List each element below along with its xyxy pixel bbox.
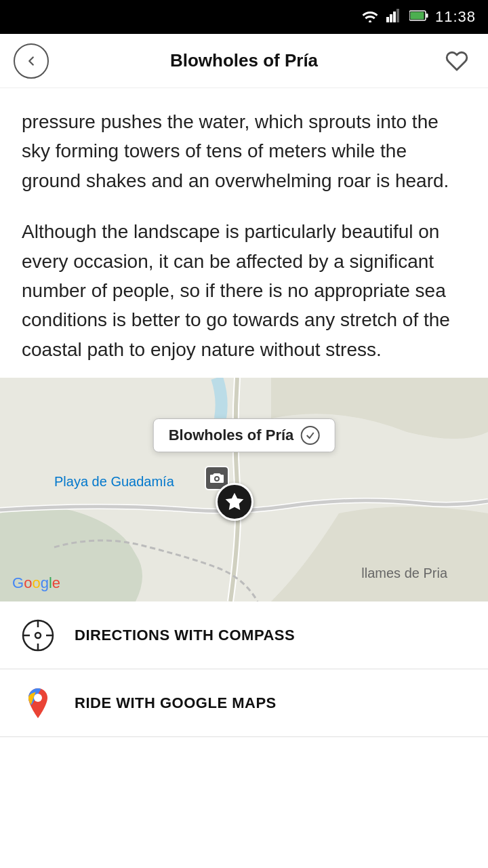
status-bar: 11:38 [0,0,488,34]
google-maps-button[interactable]: RIDE WITH GOOGLE MAPS [0,669,488,737]
google-maps-label: RIDE WITH GOOGLE MAPS [75,694,277,712]
compass-icon [20,618,56,653]
map-check-icon [300,426,319,445]
article-paragraph-1: pressure pushes the water, which sprouts… [22,107,466,195]
map-location-bubble[interactable]: Blowholes of Pría [153,418,336,452]
svg-point-11 [35,633,41,638]
directions-compass-label: DIRECTIONS WITH COMPASS [75,627,295,644]
google-logo: Google [12,574,60,592]
favorite-button[interactable] [439,43,474,79]
svg-rect-7 [410,12,424,20]
map-place-label: Playa de Guadamía [54,474,174,490]
svg-point-0 [369,20,371,22]
svg-rect-3 [393,12,396,22]
article-paragraph-2: Although the landscape is particularly b… [22,217,466,364]
map-location-label: Blowholes of Pría [169,427,294,444]
map-star-pin [216,483,253,521]
article-content: pressure pushes the water, which sprouts… [0,88,488,378]
svg-rect-2 [390,14,392,22]
map-section[interactable]: Blowholes of Pría Playa de Guadamía Goog… [0,378,488,601]
svg-rect-4 [396,9,399,22]
svg-point-16 [34,694,42,702]
battery-icon [409,10,428,24]
google-maps-icon [20,686,56,721]
svg-rect-6 [426,14,428,18]
page-title: Blowholes of Pría [49,50,439,71]
header: Blowholes of Pría [0,34,488,88]
back-button[interactable] [14,43,49,79]
directions-compass-button[interactable]: DIRECTIONS WITH COMPASS [0,601,488,669]
map-llames-label: llames de Pria [361,566,447,581]
signal-icon [386,9,403,25]
wifi-icon [361,9,380,25]
svg-rect-1 [386,17,389,22]
svg-marker-9 [225,493,243,510]
status-time: 11:38 [435,8,476,26]
